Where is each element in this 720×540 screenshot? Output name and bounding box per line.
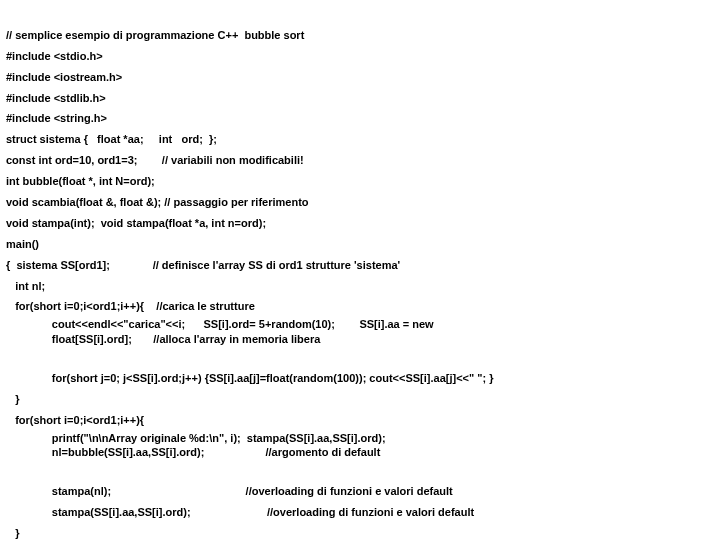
code-block: // semplice esempio di programmazione C+… (0, 0, 720, 540)
code-line: stampa(SS[i].aa,SS[i].ord); //overloadin… (6, 506, 474, 518)
code-line: struct sistema { float *aa; int ord; }; (6, 133, 217, 145)
code-line: printf("\n\nArray originale %d:\n", i); … (6, 431, 714, 446)
code-line: #include <iostream.h> (6, 71, 122, 83)
code-line: int nl; (6, 280, 45, 292)
code-line: main() (6, 238, 39, 250)
code-line: // semplice esempio di programmazione C+… (6, 29, 304, 41)
code-line: } (6, 527, 19, 539)
code-line: float[SS[i].ord]; //alloca l'array in me… (6, 332, 714, 347)
code-line: #include <stdio.h> (6, 50, 103, 62)
code-line: const int ord=10, ord1=3; // variabili n… (6, 154, 304, 166)
code-line: int bubble(float *, int N=ord); (6, 175, 155, 187)
code-line: void stampa(int); void stampa(float *a, … (6, 217, 266, 229)
code-line: { sistema SS[ord1]; // definisce l'array… (6, 259, 400, 271)
code-line: for(short j=0; j<SS[i].ord;j++) {SS[i].a… (6, 372, 494, 384)
code-line: nl=bubble(SS[i].aa,SS[i].ord); //argomen… (6, 445, 714, 460)
code-line: void scambia(float &, float &); // passa… (6, 196, 309, 208)
code-line: #include <stdlib.h> (6, 92, 106, 104)
code-line: } (6, 393, 19, 405)
code-line: #include <string.h> (6, 112, 107, 124)
code-line: cout<<endl<<"carica"<<i; SS[i].ord= 5+ra… (6, 317, 714, 332)
code-line: stampa(nl); //overloading di funzioni e … (6, 485, 453, 497)
code-line: for(short i=0;i<ord1;i++){ (6, 414, 144, 426)
code-line: for(short i=0;i<ord1;i++){ //carica le s… (6, 300, 255, 312)
